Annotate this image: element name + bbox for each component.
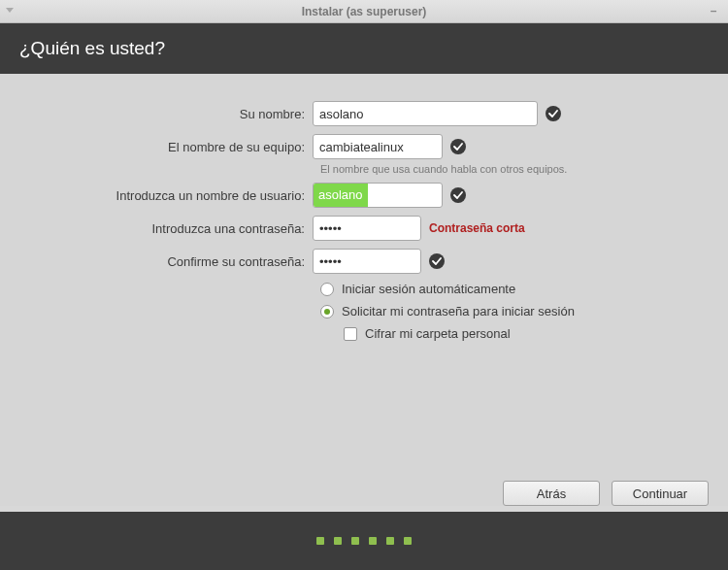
auto-login-option[interactable]: Iniciar sesión automáticamente [320, 282, 728, 296]
require-password-label: Solicitar mi contraseña para iniciar ses… [342, 304, 575, 319]
auto-login-label: Iniciar sesión automáticamente [342, 282, 515, 296]
progress-dot [351, 537, 359, 545]
titlebar: Instalar (as superuser) – [0, 0, 728, 23]
password-label: Introduzca una contraseña: [0, 221, 313, 236]
confirm-label: Confirme su contraseña: [0, 254, 313, 269]
encrypt-home-label: Cifrar mi carpeta personal [365, 326, 511, 341]
page-header: ¿Quién es usted? [0, 23, 728, 74]
check-icon [546, 106, 561, 121]
require-password-option[interactable]: Solicitar mi contraseña para iniciar ses… [320, 304, 728, 319]
radio-icon[interactable] [320, 305, 334, 319]
username-input[interactable] [313, 183, 443, 208]
hostname-label: El nombre de su equipo: [0, 140, 313, 154]
check-icon [450, 139, 466, 154]
window-title: Instalar (as superuser) [0, 5, 728, 18]
username-label: Introduzca un nombre de usuario: [0, 188, 313, 203]
encrypt-home-option[interactable]: Cifrar mi carpeta personal [320, 326, 728, 341]
password-input[interactable] [313, 216, 421, 241]
check-icon [450, 187, 466, 203]
name-label: Su nombre: [0, 107, 313, 121]
progress-dot [369, 537, 377, 545]
hostname-hint: El nombre que usa cuando habla con otros… [320, 163, 728, 175]
form-area: Su nombre: El nombre de su equipo: El no… [0, 74, 728, 506]
button-bar: Atrás Continuar [503, 481, 709, 506]
password-warning: Contraseña corta [429, 221, 525, 235]
checkbox-icon[interactable] [344, 327, 357, 341]
page-title: ¿Quién es usted? [19, 38, 165, 59]
progress-dot [334, 537, 342, 545]
continue-button[interactable]: Continuar [612, 481, 709, 506]
back-button[interactable]: Atrás [503, 481, 600, 506]
hostname-input[interactable] [313, 134, 443, 159]
progress-dot [316, 537, 324, 545]
name-input[interactable] [313, 101, 538, 126]
window-menu-icon[interactable] [6, 8, 14, 13]
progress-footer [0, 512, 728, 570]
check-icon [429, 253, 445, 269]
confirm-password-input[interactable] [313, 249, 421, 274]
radio-icon[interactable] [320, 283, 334, 296]
progress-dot [386, 537, 394, 545]
login-options: Iniciar sesión automáticamente Solicitar… [320, 282, 728, 341]
progress-dot [404, 537, 412, 545]
minimize-button[interactable]: – [707, 4, 720, 17]
